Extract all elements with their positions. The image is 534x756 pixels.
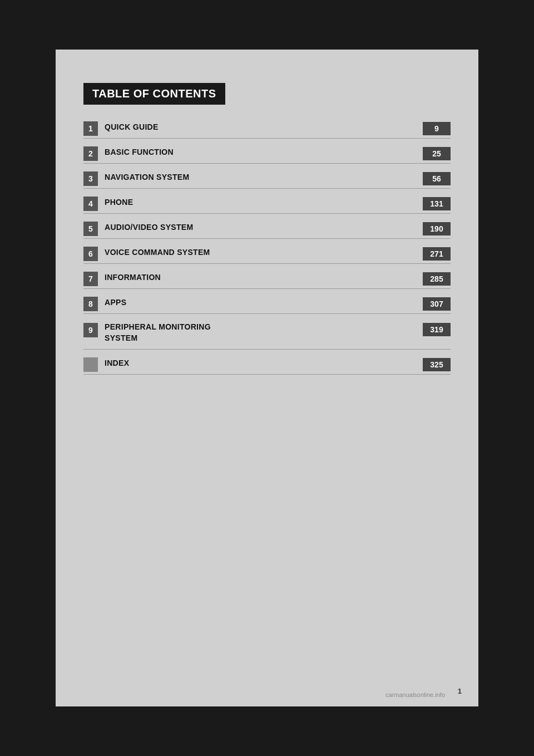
toc-number-5: 5 [83, 222, 98, 236]
toc-title: TABLE OF CONTENTS [83, 83, 225, 105]
toc-item-1[interactable]: 1 QUICK GUIDE 9 [83, 121, 451, 139]
toc-label-7: INFORMATION [105, 273, 423, 285]
toc-label-3: NAVIGATION SYSTEM [105, 173, 423, 185]
toc-item-7[interactable]: 7 INFORMATION 285 [83, 272, 451, 289]
toc-number-9: 9 [83, 323, 98, 337]
toc-label-4: PHONE [105, 198, 423, 210]
toc-label-2: BASIC FUNCTION [105, 148, 423, 160]
toc-item-6[interactable]: 6 VOICE COMMAND SYSTEM 271 [83, 247, 451, 264]
toc-label-9: PERIPHERAL MONITORINGSYSTEM [105, 322, 423, 347]
toc-number-6: 6 [83, 247, 98, 261]
toc-item-5[interactable]: 5 AUDIO/VIDEO SYSTEM 190 [83, 222, 451, 239]
page-number: 1 [458, 687, 462, 695]
toc-label-5: AUDIO/VIDEO SYSTEM [105, 223, 423, 235]
toc-page-8: 307 [423, 297, 451, 311]
toc-page-4: 131 [423, 197, 451, 210]
toc-number-1: 1 [83, 121, 98, 136]
toc-label-index: INDEX [105, 359, 423, 371]
toc-item-2[interactable]: 2 BASIC FUNCTION 25 [83, 146, 451, 164]
toc-page-9: 319 [423, 323, 451, 336]
toc-label-8: APPS [105, 298, 423, 310]
toc-page-5: 190 [423, 222, 451, 235]
toc-page-2: 25 [423, 147, 451, 160]
toc-item-4[interactable]: 4 PHONE 131 [83, 197, 451, 214]
toc-page-3: 56 [423, 172, 451, 185]
toc-item-3[interactable]: 3 NAVIGATION SYSTEM 56 [83, 171, 451, 189]
toc-page-index: 325 [423, 358, 451, 371]
toc-number-8: 8 [83, 297, 98, 311]
toc-page-1: 9 [423, 122, 451, 135]
toc-number-3: 3 [83, 171, 98, 186]
toc-label-1: QUICK GUIDE [105, 122, 423, 135]
toc-number-2: 2 [83, 146, 98, 161]
toc-number-index [83, 357, 98, 372]
page-container: TABLE OF CONTENTS 1 QUICK GUIDE 9 2 BASI… [56, 50, 478, 706]
toc-item-index[interactable]: INDEX 325 [83, 357, 451, 375]
toc-page-6: 271 [423, 247, 451, 261]
toc-item-9[interactable]: 9 PERIPHERAL MONITORINGSYSTEM 319 [83, 322, 451, 350]
toc-label-6: VOICE COMMAND SYSTEM [105, 248, 423, 260]
toc-list: 1 QUICK GUIDE 9 2 BASIC FUNCTION 25 3 NA… [83, 121, 451, 375]
toc-page-7: 285 [423, 272, 451, 286]
watermark: carmanualsonline.info [385, 691, 445, 698]
toc-item-8[interactable]: 8 APPS 307 [83, 297, 451, 314]
toc-number-4: 4 [83, 197, 98, 211]
toc-number-7: 7 [83, 272, 98, 286]
